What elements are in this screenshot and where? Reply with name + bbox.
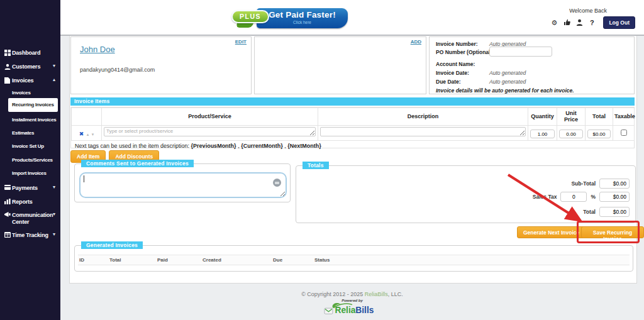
sidebar-item-invoices-sub[interactable]: Invoices <box>12 90 60 99</box>
generated-invoices-title: Generated Invoices <box>81 241 143 249</box>
generated-invoices-section: Generated Invoices ID Total Paid Created… <box>74 245 633 272</box>
sidebar-item-reports[interactable]: Reports <box>0 198 60 207</box>
reports-icon <box>4 199 11 205</box>
comments-section-title: Comments Sent to Generated Invoices <box>81 160 194 167</box>
sidebar-item-label: Invoices <box>12 77 33 84</box>
unit-price-input[interactable] <box>559 130 583 138</box>
row-actions-column-header <box>72 108 102 126</box>
reliabills-link[interactable]: ReliaBills <box>365 291 388 297</box>
invoice-date-label: Invoice Date: <box>436 70 469 76</box>
sales-tax-rate-input[interactable] <box>560 192 587 202</box>
banner-title: Get Paid Faster! <box>257 10 348 19</box>
taxable-checkbox[interactable] <box>621 130 627 136</box>
sub-total-label: Sub-Total <box>571 180 596 187</box>
account-name-label: Account Name: <box>436 61 475 67</box>
recurring-invoice-page: Dashboard Customers ▾ Invoices ▴ Invoice… <box>0 0 644 320</box>
banner-tail <box>236 23 254 28</box>
total-input[interactable] <box>599 207 630 217</box>
move-up-icon[interactable]: ▴ <box>87 132 89 136</box>
sales-tax-label: Sales Tax <box>533 194 557 200</box>
sidebar-item-products-services[interactable]: Products/Services <box>12 157 60 166</box>
add-link[interactable]: ADD <box>411 39 421 45</box>
svg-text:ReliaBills: ReliaBills <box>335 306 374 315</box>
tag-previous-month: {PreviousMonth} <box>191 143 236 149</box>
auto-generated-note: Invoice details will be auto generated f… <box>436 87 631 94</box>
total-column-header: Total <box>586 108 613 126</box>
get-paid-faster-banner[interactable]: Get Paid Faster! Click here PLUS <box>231 7 351 31</box>
sub-total-input[interactable] <box>599 179 630 189</box>
tag-separator: , <box>236 143 242 149</box>
invoice-details-card: Invoice Number: Auto generated PO Number… <box>429 36 635 94</box>
welcome-back-text: Welcome Back <box>569 8 607 14</box>
thumbs-up-icon[interactable] <box>563 19 570 26</box>
sidebar-item-invoice-set-up[interactable]: Invoice Set Up <box>12 143 60 152</box>
product-service-column-header: Product/Service <box>102 108 318 126</box>
sales-tax-input[interactable] <box>599 192 630 202</box>
invoice-date-value: Auto generated <box>489 70 526 76</box>
sidebar-item-communication-center-line2[interactable]: Center <box>0 218 60 228</box>
generated-invoices-header-row: ID Total Paid Created Due Status <box>78 255 630 265</box>
text-cursor <box>84 175 84 182</box>
invoice-items-header: Invoice Items <box>70 97 635 106</box>
customer-name-link[interactable]: John Doe <box>80 45 115 54</box>
comments-section: Comments Sent to Generated Invoices <box>74 163 291 202</box>
comments-textarea[interactable] <box>79 172 287 198</box>
user-icon[interactable] <box>575 19 583 26</box>
sidebar-item-estimates[interactable]: Estimates <box>12 130 60 139</box>
sub-total-row: Sub-Total <box>571 179 630 189</box>
due-date-label: Due Date: <box>436 79 461 85</box>
line-total-input[interactable] <box>587 130 611 138</box>
sidebar-item-time-tracking[interactable]: Time Tracking ▾ <box>0 231 60 241</box>
move-down-icon[interactable]: ▾ <box>92 132 94 136</box>
sidebar-item-label: Communication <box>12 212 53 218</box>
sidebar-item-label: Dashboard <box>12 50 40 56</box>
top-header: Get Paid Faster! Click here PLUS Welcome… <box>60 0 644 36</box>
chevron-up-icon: ▴ <box>53 77 55 82</box>
sidebar-item-import-invoices[interactable]: Import Invoices <box>12 170 60 179</box>
sidebar-item-payments[interactable]: Payments ▾ <box>0 184 60 194</box>
plus-badge: PLUS <box>231 10 269 23</box>
customer-email: pandakyung0414@gmail.com <box>80 67 155 73</box>
help-icon[interactable]: ? <box>588 19 596 26</box>
percent-sign: % <box>591 194 596 200</box>
invoice-items-table: Product/Service Description Quantity Uni… <box>71 108 635 141</box>
invoice-number-label: Invoice Number: <box>436 41 478 47</box>
due-column-header: Due <box>273 257 282 263</box>
save-recurring-invoice-button[interactable]: Save Recurring Invoice <box>581 226 644 238</box>
sidebar-item-recurring-invoices[interactable]: Recurring Invoices <box>8 98 58 112</box>
gear-icon[interactable]: ⚙ <box>550 19 558 26</box>
description-input[interactable] <box>320 127 526 136</box>
due-date-value: Auto generated <box>489 79 526 85</box>
logout-button[interactable]: Log Out <box>603 16 635 29</box>
quantity-input[interactable] <box>530 130 555 138</box>
logo-text-relia: Relia <box>335 306 356 315</box>
emoji-icon[interactable] <box>273 179 281 187</box>
copyright-prefix: © Copyright 2012 - 2025 <box>301 291 365 297</box>
chevron-down-icon: ▾ <box>53 211 55 217</box>
total-label: Total <box>583 209 596 215</box>
megaphone-icon <box>4 212 11 218</box>
sidebar-item-installment-invoices[interactable]: Installment Invoices <box>12 117 60 126</box>
banner-click-here[interactable]: Click here <box>257 20 348 25</box>
po-number-input[interactable] <box>489 47 552 57</box>
sidebar-item-invoices[interactable]: Invoices ▴ <box>0 77 60 86</box>
sidebar-item-dashboard[interactable]: Dashboard <box>0 49 60 58</box>
quantity-column-header: Quantity <box>528 108 557 126</box>
chevron-down-icon: ▾ <box>53 63 55 69</box>
created-column-header: Created <box>203 257 221 263</box>
product-service-input[interactable] <box>104 127 316 136</box>
id-column-header: ID <box>79 257 84 263</box>
generate-next-invoice-button[interactable]: Generate Next Invoice <box>517 226 586 238</box>
payments-icon <box>4 185 11 191</box>
edit-customer-link[interactable]: EDIT <box>235 39 247 45</box>
totals-section-title: Totals <box>303 162 329 169</box>
total-column-header: Total <box>109 257 121 263</box>
sidebar-item-label: Reports <box>12 199 33 205</box>
status-column-header: Status <box>314 257 330 263</box>
sidebar-item-label: Customers <box>12 63 40 70</box>
logo-text-bills: Bills <box>355 306 374 315</box>
sidebar-item-customers[interactable]: Customers ▾ <box>0 63 60 72</box>
delete-row-icon[interactable]: ✖ <box>79 131 84 137</box>
tags-note: Next tags can be used in the item descri… <box>71 141 634 149</box>
taxable-column-header: Taxable <box>613 108 635 126</box>
